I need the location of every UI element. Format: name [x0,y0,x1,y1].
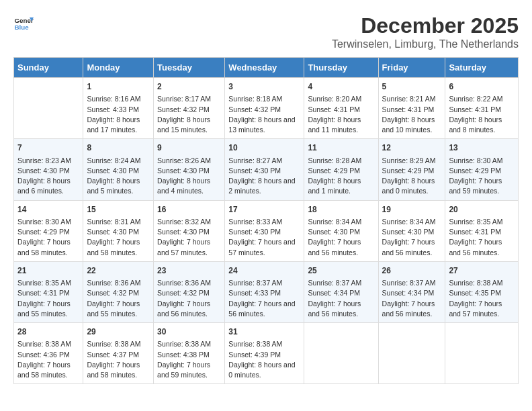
day-number: 30 [157,326,221,338]
day-number: 29 [87,326,150,338]
day-number: 1 [87,81,150,93]
daylight-text: Daylight: 7 hours and 58 minutes. [87,238,140,256]
day-number: 20 [449,204,515,216]
header-day-wednesday: Wednesday [225,58,304,78]
sunrise-text: Sunrise: 8:16 AM [87,95,140,103]
daylight-text: Daylight: 7 hours and 56 minutes. [449,238,502,256]
sunrise-text: Sunrise: 8:33 AM [228,218,282,226]
calendar-cell: 18Sunrise: 8:34 AMSunset: 4:30 PMDayligh… [304,200,378,261]
calendar-cell: 20Sunrise: 8:35 AMSunset: 4:31 PMDayligh… [445,200,519,261]
calendar-cell: 9Sunrise: 8:26 AMSunset: 4:30 PMDaylight… [154,139,225,200]
month-title: December 2025 [332,13,519,38]
sunrise-text: Sunrise: 8:23 AM [17,156,71,165]
logo-icon: General Blue [13,13,34,34]
day-number: 16 [157,204,221,216]
sunset-text: Sunset: 4:30 PM [87,228,139,236]
daylight-text: Daylight: 8 hours and 0 minutes. [382,177,435,195]
calendar-cell: 8Sunrise: 8:24 AMSunset: 4:30 PMDaylight… [83,139,154,200]
sunrise-text: Sunrise: 8:36 AM [157,279,211,287]
calendar-cell: 5Sunrise: 8:21 AMSunset: 4:31 PMDaylight… [378,78,445,139]
header-row: SundayMondayTuesdayWednesdayThursdayFrid… [14,58,519,78]
daylight-text: Daylight: 7 hours and 56 minutes. [382,300,435,318]
day-number: 19 [382,204,442,216]
calendar-cell: 7Sunrise: 8:23 AMSunset: 4:30 PMDaylight… [14,139,83,200]
daylight-text: Daylight: 8 hours and 4 minutes. [157,177,210,195]
header-day-tuesday: Tuesday [154,58,225,78]
sunrise-text: Sunrise: 8:26 AM [157,156,211,165]
day-number: 11 [308,142,374,154]
sunset-text: Sunset: 4:39 PM [228,351,281,359]
calendar-cell [378,323,445,384]
sunset-text: Sunset: 4:31 PM [449,105,501,113]
daylight-text: Daylight: 8 hours and 1 minute. [308,177,361,195]
day-number: 9 [157,142,221,154]
sunrise-text: Sunrise: 8:32 AM [157,218,211,226]
sunset-text: Sunset: 4:30 PM [157,228,210,236]
daylight-text: Daylight: 7 hours and 58 minutes. [17,238,71,256]
calendar-cell: 25Sunrise: 8:37 AMSunset: 4:34 PMDayligh… [304,261,378,322]
daylight-text: Daylight: 7 hours and 58 minutes. [87,361,140,379]
sunset-text: Sunset: 4:30 PM [17,167,70,175]
sunrise-text: Sunrise: 8:18 AM [228,95,282,103]
sunrise-text: Sunrise: 8:17 AM [157,95,211,103]
day-number: 27 [449,265,515,277]
svg-text:Blue: Blue [15,24,30,31]
sunset-text: Sunset: 4:30 PM [157,167,210,175]
logo: General Blue [13,13,36,34]
day-number: 12 [382,142,442,154]
sunset-text: Sunset: 4:35 PM [449,289,501,297]
day-number: 13 [449,142,515,154]
calendar-cell: 10Sunrise: 8:27 AMSunset: 4:30 PMDayligh… [225,139,304,200]
sunset-text: Sunset: 4:30 PM [87,167,139,175]
header-day-friday: Friday [378,58,445,78]
day-number: 5 [382,81,442,93]
daylight-text: Daylight: 7 hours and 56 minutes. [308,300,361,318]
daylight-text: Daylight: 8 hours and 2 minutes. [228,177,295,195]
day-number: 17 [228,204,300,216]
daylight-text: Daylight: 8 hours and 11 minutes. [308,116,361,134]
daylight-text: Daylight: 7 hours and 56 minutes. [157,300,210,318]
week-row-1: 1Sunrise: 8:16 AMSunset: 4:33 PMDaylight… [14,78,519,139]
sunset-text: Sunset: 4:30 PM [382,228,435,236]
sunset-text: Sunset: 4:29 PM [17,228,70,236]
daylight-text: Daylight: 8 hours and 8 minutes. [449,116,502,134]
sunset-text: Sunset: 4:29 PM [382,167,435,175]
daylight-text: Daylight: 7 hours and 55 minutes. [17,300,71,318]
day-number: 10 [228,142,300,154]
day-number: 3 [228,81,300,93]
sunset-text: Sunset: 4:33 PM [87,105,139,113]
header-day-saturday: Saturday [445,58,519,78]
sunrise-text: Sunrise: 8:20 AM [308,95,361,103]
calendar-cell: 11Sunrise: 8:28 AMSunset: 4:29 PMDayligh… [304,139,378,200]
sunset-text: Sunset: 4:37 PM [87,351,139,359]
calendar-cell: 2Sunrise: 8:17 AMSunset: 4:32 PMDaylight… [154,78,225,139]
day-number: 7 [17,142,79,154]
sunrise-text: Sunrise: 8:38 AM [157,340,211,348]
sunrise-text: Sunrise: 8:38 AM [228,340,282,348]
calendar-cell: 16Sunrise: 8:32 AMSunset: 4:30 PMDayligh… [154,200,225,261]
calendar-cell: 27Sunrise: 8:38 AMSunset: 4:35 PMDayligh… [445,261,519,322]
sunrise-text: Sunrise: 8:36 AM [87,279,140,287]
sunrise-text: Sunrise: 8:37 AM [308,279,361,287]
calendar-cell: 1Sunrise: 8:16 AMSunset: 4:33 PMDaylight… [83,78,154,139]
sunset-text: Sunset: 4:32 PM [157,289,210,297]
calendar-cell: 26Sunrise: 8:37 AMSunset: 4:34 PMDayligh… [378,261,445,322]
calendar-cell: 19Sunrise: 8:34 AMSunset: 4:30 PMDayligh… [378,200,445,261]
sunrise-text: Sunrise: 8:37 AM [382,279,436,287]
calendar-cell [445,323,519,384]
calendar-cell: 6Sunrise: 8:22 AMSunset: 4:31 PMDaylight… [445,78,519,139]
day-number: 23 [157,265,221,277]
sunrise-text: Sunrise: 8:34 AM [308,218,361,226]
day-number: 22 [87,265,150,277]
calendar-cell: 12Sunrise: 8:29 AMSunset: 4:29 PMDayligh… [378,139,445,200]
sunrise-text: Sunrise: 8:30 AM [449,156,502,165]
sunset-text: Sunset: 4:33 PM [228,289,281,297]
daylight-text: Daylight: 7 hours and 59 minutes. [157,361,210,379]
daylight-text: Daylight: 8 hours and 0 minutes. [228,361,295,379]
calendar-cell [14,78,83,139]
calendar-cell: 23Sunrise: 8:36 AMSunset: 4:32 PMDayligh… [154,261,225,322]
sunrise-text: Sunrise: 8:38 AM [87,340,140,348]
sunset-text: Sunset: 4:31 PM [17,289,70,297]
calendar-cell: 14Sunrise: 8:30 AMSunset: 4:29 PMDayligh… [14,200,83,261]
day-number: 14 [17,204,79,216]
